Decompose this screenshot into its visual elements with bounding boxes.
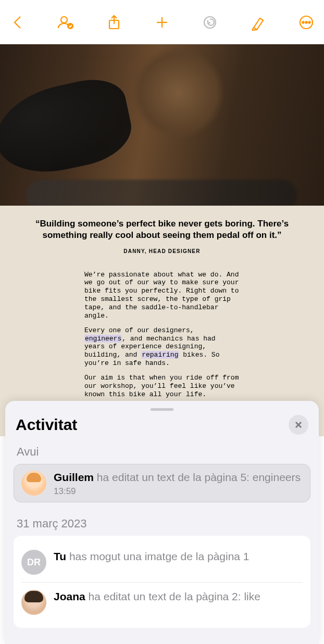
svg-point-0	[61, 17, 67, 23]
activity-item[interactable]: DR Tu has mogut una imatge de la pàgina …	[21, 542, 303, 582]
avatar	[21, 471, 46, 496]
sheet-grabber[interactable]	[151, 408, 173, 411]
paragraph-3: Our aim is that when you ride off from o…	[84, 374, 240, 399]
hero-image	[0, 44, 324, 206]
section-date: 31 març 2023	[5, 510, 319, 536]
activity-text: Joana ha editat un text de la pàgina 2: …	[54, 590, 303, 603]
activity-group: DR Tu has mogut una imatge de la pàgina …	[14, 536, 310, 628]
quote-block: “Building someone’s perfect bike never g…	[0, 206, 324, 261]
close-icon	[294, 420, 303, 430]
back-button[interactable]	[7, 12, 28, 33]
undo-button	[200, 12, 220, 33]
collaborate-button[interactable]	[55, 12, 76, 33]
quote-attribution: DANNY, HEAD DESIGNER	[31, 248, 293, 254]
highlight-engineers[interactable]: engineers	[84, 335, 122, 343]
avatar: DR	[21, 550, 46, 575]
activity-sheet: Activitat Avui Guillem ha editat un text…	[5, 401, 319, 644]
share-button[interactable]	[104, 12, 124, 33]
toolbar	[0, 0, 324, 44]
paragraph-2: Every one of our designers, engineers, a…	[84, 326, 240, 368]
activity-text: Tu has mogut una imatge de la pàgina 1	[54, 550, 303, 563]
activity-text: Guillem ha editat un text de la pàgina 5…	[54, 471, 303, 484]
paragraph-1: We’re passionate about what we do. And w…	[84, 271, 240, 320]
more-button[interactable]	[296, 12, 317, 33]
svg-point-8	[302, 21, 304, 23]
format-button[interactable]	[248, 12, 269, 33]
add-button[interactable]	[152, 12, 172, 33]
svg-point-10	[308, 21, 310, 23]
section-today: Avui	[5, 438, 319, 464]
document-canvas[interactable]: “Building someone’s perfect bike never g…	[0, 44, 324, 436]
highlight-repairing[interactable]: repairing	[141, 351, 179, 359]
svg-point-9	[305, 21, 307, 23]
quote-text: “Building someone’s perfect bike never g…	[31, 218, 293, 241]
activity-time: 13:59	[54, 486, 303, 497]
sheet-title: Activitat	[16, 416, 77, 434]
avatar	[21, 590, 46, 615]
activity-item[interactable]: Joana ha editat un text de la pàgina 2: …	[21, 582, 303, 622]
activity-item[interactable]: Guillem ha editat un text de la pàgina 5…	[14, 464, 310, 502]
close-button[interactable]	[289, 415, 308, 435]
